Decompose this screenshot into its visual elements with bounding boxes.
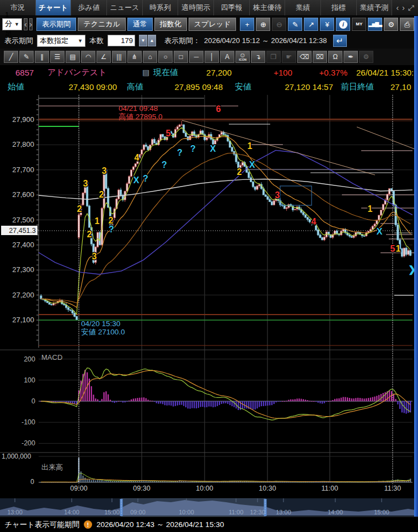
draw-pencil-icon: ✎ bbox=[292, 21, 298, 28]
svg-text:13:00: 13:00 bbox=[276, 509, 291, 515]
yen-axis-icon[interactable]: ¥ bbox=[320, 18, 334, 31]
svg-text:2: 2 bbox=[237, 167, 242, 177]
lock-drawing-tool[interactable]: ✒ bbox=[344, 51, 358, 63]
erase-all-tool-glyph: ⌧ bbox=[316, 54, 324, 60]
pitchfork-tool[interactable]: ⋔ bbox=[127, 51, 142, 63]
count-decrement-button[interactable]: ▼ bbox=[139, 35, 147, 46]
prev-close-value: 27,10 bbox=[390, 82, 411, 92]
tab-四季報[interactable]: 四季報 bbox=[214, 0, 250, 15]
main-chart[interactable]: 09:0009:3010:0010:3011:0011:3027,90027,8… bbox=[0, 94, 418, 493]
normal-button[interactable]: 通常 bbox=[127, 18, 153, 31]
price-lines-tool-glyph: ▤ bbox=[69, 54, 76, 60]
copy-object-tool[interactable]: ❐ bbox=[266, 51, 281, 63]
time-navigator[interactable]: 13:0014:0015:0009:0010:0011:0012:3013:00… bbox=[0, 498, 418, 517]
trend-pointer-icon[interactable]: ↗ bbox=[304, 18, 318, 31]
trendline-tool[interactable]: ╱ bbox=[4, 51, 18, 63]
pencil-tool-glyph: ✎ bbox=[24, 54, 29, 60]
price-lines-tool[interactable]: ▤ bbox=[66, 51, 80, 63]
lock-drawing-tool-glyph: ✒ bbox=[348, 54, 353, 60]
trendline-tool-glyph: ╱ bbox=[9, 54, 13, 60]
spread-button[interactable]: スプレッド bbox=[189, 18, 237, 31]
horizontal-segment-tool[interactable]: ─ bbox=[189, 51, 203, 63]
pin-note-tool[interactable]: ↴ bbox=[251, 51, 265, 63]
svg-text:2: 2 bbox=[77, 204, 82, 214]
svg-text:高値 27895.0: 高値 27895.0 bbox=[119, 113, 163, 121]
tab-チャート[interactable]: チャート bbox=[36, 0, 72, 15]
tab-適時開示[interactable]: 適時開示 bbox=[178, 0, 214, 15]
fibonacci-arc-tool-glyph: ◠ bbox=[85, 54, 91, 60]
right-edge-scrollbar[interactable] bbox=[414, 16, 418, 517]
svg-text:10:00: 10:00 bbox=[196, 485, 213, 492]
svg-text:10:00: 10:00 bbox=[179, 509, 194, 515]
indexed-button[interactable]: 指数化 bbox=[154, 18, 187, 31]
interval-select[interactable]: 1分足 ▼ bbox=[2, 18, 22, 30]
text-tool[interactable]: A bbox=[220, 51, 234, 63]
fibonacci-arc-tool[interactable]: ◠ bbox=[81, 51, 95, 63]
hand-tool[interactable]: ☛ bbox=[282, 51, 296, 63]
parallel-lines-tool[interactable]: ∥ bbox=[35, 51, 49, 63]
magnet-tool[interactable]: Ω bbox=[328, 51, 342, 63]
tab-業績予測[interactable]: 業績予測 bbox=[357, 0, 393, 15]
svg-text:0: 0 bbox=[30, 478, 34, 486]
tab-歩み値[interactable]: 歩み値 bbox=[71, 0, 107, 15]
draw-pencil-icon[interactable]: ✎ bbox=[288, 18, 302, 31]
apply-period-button[interactable]: ↵ bbox=[333, 35, 347, 47]
svg-text:27,900: 27,900 bbox=[12, 115, 34, 124]
tab-業績[interactable]: 業績 bbox=[285, 0, 321, 15]
tabs-next-icon[interactable]: › bbox=[402, 3, 405, 12]
low-value: 27,120 14:57 bbox=[264, 82, 333, 92]
tab-ニュース[interactable]: ニュース bbox=[107, 0, 143, 15]
drawing-settings-tool[interactable]: ⚙ bbox=[359, 51, 373, 63]
icon-stamp-tool-label: ICON bbox=[239, 58, 246, 62]
scroll-right-button[interactable]: › bbox=[29, 18, 33, 30]
text-tool-glyph: A bbox=[225, 54, 229, 60]
open-label: 始値 bbox=[8, 82, 56, 92]
ellipse-tool[interactable]: ○ bbox=[158, 51, 173, 63]
horizontal-lines-tool[interactable]: ☰ bbox=[50, 51, 65, 63]
tab-指標[interactable]: 指標 bbox=[321, 0, 357, 15]
printer-icon[interactable]: ⎙ bbox=[400, 18, 414, 31]
crosshair-plus-icon[interactable]: + bbox=[240, 18, 254, 31]
scroll-left-button[interactable]: ‹ bbox=[24, 18, 28, 30]
expand-window-icon[interactable]: ⤢ bbox=[408, 3, 414, 13]
navigator-chart[interactable]: 13:0014:0015:0009:0010:0011:0012:3013:00… bbox=[0, 498, 418, 517]
high-value: 27,895 09:48 bbox=[158, 82, 223, 92]
svg-text:15:00: 15:00 bbox=[104, 509, 120, 515]
board-list-icon[interactable]: ▤ bbox=[142, 68, 153, 77]
svg-text:11:00: 11:00 bbox=[229, 509, 244, 515]
my-indicator-icon[interactable]: MY bbox=[352, 18, 366, 31]
tab-時系列[interactable]: 時系列 bbox=[143, 0, 179, 15]
eraser-tool-glyph: ⌫ bbox=[300, 54, 309, 60]
svg-text:安値 27100.0: 安値 27100.0 bbox=[81, 328, 125, 336]
fan-lines-tool-glyph: ∠ bbox=[101, 54, 107, 60]
price-change: +100 bbox=[232, 68, 292, 77]
vertical-segment-tool[interactable]: │ bbox=[205, 51, 219, 63]
fan-lines-tool[interactable]: ∠ bbox=[97, 51, 111, 63]
bar-count-input[interactable] bbox=[108, 35, 135, 46]
vertical-lines-tool[interactable]: ||| bbox=[112, 51, 126, 63]
erase-all-tool[interactable]: ⌧ bbox=[313, 51, 327, 63]
candlestick-chart[interactable]: 09:0009:3010:0010:3011:0011:3027,90027,8… bbox=[0, 94, 418, 493]
tabs-prev-icon[interactable]: ‹ bbox=[396, 3, 399, 12]
count-increment-button[interactable]: ▲ bbox=[148, 35, 156, 46]
wrench-icon[interactable]: ⚙ bbox=[384, 18, 398, 31]
pentagon-tool-glyph: ⌂ bbox=[148, 54, 152, 60]
tab-株主優待[interactable]: 株主優待 bbox=[250, 0, 286, 15]
area-chart-icon[interactable]: ▂▅▇▃ bbox=[368, 18, 382, 31]
zoom-out-icon[interactable]: ⊖ bbox=[272, 18, 286, 31]
eraser-tool[interactable]: ⌫ bbox=[297, 51, 312, 63]
icon-stamp-tool[interactable]: ☺ICON bbox=[235, 51, 250, 63]
rectangle-tool[interactable]: □ bbox=[174, 51, 188, 63]
info-icon[interactable]: i bbox=[336, 18, 350, 31]
technical-button[interactable]: テクニカル bbox=[78, 18, 126, 31]
svg-text:2: 2 bbox=[87, 230, 92, 239]
svg-text:3: 3 bbox=[275, 190, 280, 200]
available-period-range: 2026/04/20 12:43 ～ 2026/04/21 15:30 bbox=[97, 520, 224, 530]
vertical-lines-tool-glyph: ||| bbox=[116, 54, 121, 60]
svg-text:3: 3 bbox=[92, 252, 97, 261]
display-period-button[interactable]: 表示期間 bbox=[36, 18, 76, 31]
pencil-tool[interactable]: ✎ bbox=[19, 51, 34, 63]
pentagon-tool[interactable]: ⌂ bbox=[143, 51, 157, 63]
count-mode-select[interactable]: 本数指定 ▼ bbox=[37, 35, 85, 47]
zoom-in-icon[interactable]: ⊕ bbox=[256, 18, 270, 31]
